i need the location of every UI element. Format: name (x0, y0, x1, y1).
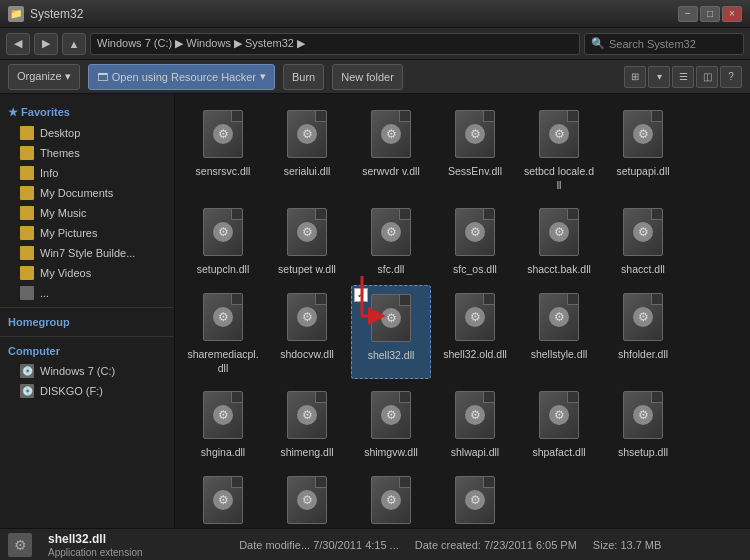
sidebar-item-label: Info (40, 167, 58, 179)
breadcrumb[interactable]: Windows 7 (C:) ▶ Windows ▶ System32 ▶ (90, 33, 580, 55)
file-item[interactable]: ⚙sfc.dll (351, 200, 431, 281)
sidebar-item-f-drive[interactable]: 💿 DISKGO (F:) (0, 381, 174, 401)
dll-icon: ⚙ (371, 391, 411, 439)
sidebar-item-info[interactable]: Info (0, 163, 174, 183)
file-item[interactable]: ⚙shlwapi.dll (435, 383, 515, 464)
open-dropdown-icon[interactable]: ▾ (260, 70, 266, 83)
open-resource-hacker-button[interactable]: 🗖 Open using Resource Hacker ▾ (88, 64, 275, 90)
file-name: sensrsvc.dll (196, 165, 251, 179)
file-item[interactable]: ⚙setupet w.dll (267, 200, 347, 281)
search-box[interactable]: 🔍 Search System32 (584, 33, 744, 55)
status-file-icon: ⚙ (8, 533, 32, 557)
dll-icon: ⚙ (455, 391, 495, 439)
file-item[interactable]: ⚙shell32.old.dll (435, 285, 515, 379)
file-name: shacct.bak.dll (527, 263, 591, 277)
help-button[interactable]: ? (720, 66, 742, 88)
file-item[interactable]: ⚙shfolder.dll (603, 285, 683, 379)
my-pictures-icon (20, 226, 34, 240)
sidebar-item-win7-style[interactable]: Win7 Style Builde... (0, 243, 174, 263)
maximize-button[interactable]: □ (700, 6, 720, 22)
back-button[interactable]: ◀ (6, 33, 30, 55)
file-name: shacct.dll (621, 263, 665, 277)
homegroup-header[interactable]: Homegroup (0, 312, 174, 332)
view-dropdown-button[interactable]: ▾ (648, 66, 670, 88)
sidebar-item-unknown[interactable]: ... (0, 283, 174, 303)
sidebar-item-desktop[interactable]: Desktop (0, 123, 174, 143)
file-item[interactable]: ⚙shimeng.dll (267, 383, 347, 464)
file-item[interactable]: ⚙sensrsvc.dll (183, 102, 263, 196)
favorites-label: ★ Favorites (8, 106, 70, 119)
gear-icon: ⚙ (549, 307, 569, 327)
info-icon (20, 166, 34, 180)
file-item[interactable]: ⚙shsetup.dll (603, 383, 683, 464)
gear-icon: ⚙ (633, 405, 653, 425)
view-buttons: ⊞ ▾ ☰ ◫ ? (624, 66, 742, 88)
sidebar-item-label: My Videos (40, 267, 91, 279)
file-name: shpafact.dll (532, 446, 585, 460)
sidebar-item-my-pictures[interactable]: My Pictures (0, 223, 174, 243)
file-item[interactable]: ⚙setbcd locale.dll (519, 102, 599, 196)
file-name: setupet w.dll (278, 263, 336, 277)
file-name: sfc_os.dll (453, 263, 497, 277)
view-details-button[interactable]: ☰ (672, 66, 694, 88)
sidebar-item-my-videos[interactable]: My Videos (0, 263, 174, 283)
file-item[interactable]: ⚙shacct.dll (603, 200, 683, 281)
file-item[interactable]: ⚙setupapi.dll (603, 102, 683, 196)
dll-icon: ⚙ (539, 391, 579, 439)
file-icon-wrap: ⚙ (199, 106, 247, 162)
file-name: shsetup.dll (618, 446, 668, 460)
file-item[interactable]: ⚙setupcln.dll (183, 200, 263, 281)
forward-button[interactable]: ▶ (34, 33, 58, 55)
new-folder-button[interactable]: New folder (332, 64, 403, 90)
file-item[interactable]: ⚙sfc_os.dll (435, 200, 515, 281)
file-item[interactable]: ⚙shgina.dll (183, 383, 263, 464)
file-name: setupcln.dll (197, 263, 250, 277)
file-item[interactable]: ⚙shimgvw.dll (351, 383, 431, 464)
file-item[interactable]: ✓⚙shell32.dll (351, 285, 431, 379)
burn-button[interactable]: Burn (283, 64, 324, 90)
view-large-icons-button[interactable]: ⊞ (624, 66, 646, 88)
search-icon: 🔍 (591, 37, 605, 50)
desktop-icon (20, 126, 34, 140)
sidebar-item-my-music[interactable]: My Music (0, 203, 174, 223)
favorites-header[interactable]: ★ Favorites (0, 102, 174, 123)
file-item[interactable]: ⚙SessEnv.dll (435, 102, 515, 196)
file-item[interactable]: ⚙shpafact.dll (519, 383, 599, 464)
sidebar-item-c-drive[interactable]: 💿 Windows 7 (C:) (0, 361, 174, 381)
file-item[interactable]: ⚙serialui.dll (267, 102, 347, 196)
close-button[interactable]: × (722, 6, 742, 22)
minimize-button[interactable]: − (678, 6, 698, 22)
my-music-icon (20, 206, 34, 220)
file-icon-wrap: ⚙ (535, 204, 583, 260)
file-grid: ⚙sensrsvc.dll⚙serialui.dll⚙serwvdr v.dll… (183, 102, 742, 528)
file-item[interactable]: ⚙signdrv.dll (435, 468, 515, 528)
file-name: shell32.old.dll (443, 348, 507, 362)
dll-icon: ⚙ (203, 293, 243, 341)
file-item[interactable]: ⚙shdocvw.dll (267, 285, 347, 379)
sidebar-item-themes[interactable]: Themes (0, 143, 174, 163)
computer-header[interactable]: Computer (0, 341, 174, 361)
search-placeholder: Search System32 (609, 38, 696, 50)
file-name: shimeng.dll (280, 446, 333, 460)
dll-icon: ⚙ (371, 208, 411, 256)
file-icon-wrap: ⚙ (367, 290, 415, 346)
file-item[interactable]: ⚙serwvdr v.dll (351, 102, 431, 196)
file-item[interactable]: ⚙shwebsvc.dll (351, 468, 431, 528)
file-item[interactable]: ⚙sharemediacpl.dll (183, 285, 263, 379)
file-icon-wrap: ⚙ (367, 106, 415, 162)
sidebar-item-my-documents[interactable]: My Documents (0, 183, 174, 203)
up-button[interactable]: ▲ (62, 33, 86, 55)
file-item[interactable]: ⚙shsvcs.dll (183, 468, 263, 528)
file-item[interactable]: ⚙shacct.bak.dll (519, 200, 599, 281)
file-item[interactable]: ⚙shellstyle.dll (519, 285, 599, 379)
dll-icon: ⚙ (455, 293, 495, 341)
status-info: shell32.dll Application extension (48, 532, 143, 558)
gear-icon: ⚙ (381, 490, 401, 510)
gear-icon: ⚙ (633, 307, 653, 327)
view-preview-button[interactable]: ◫ (696, 66, 718, 88)
file-icon-wrap: ⚙ (619, 204, 667, 260)
file-item[interactable]: ⚙shunimp l.dll (267, 468, 347, 528)
organize-button[interactable]: Organize ▾ (8, 64, 80, 90)
dll-icon: ⚙ (539, 293, 579, 341)
gear-icon: ⚙ (213, 307, 233, 327)
